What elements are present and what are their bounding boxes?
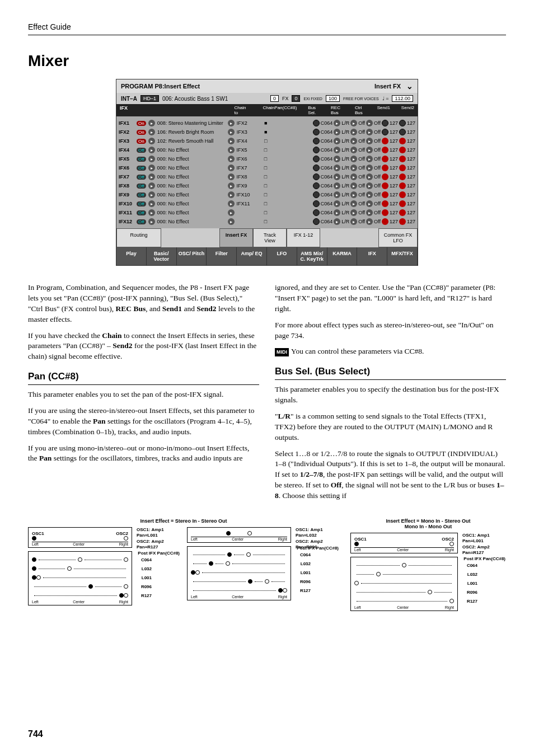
pan-value[interactable]: C064	[321, 210, 333, 215]
send1-value[interactable]: 127	[390, 192, 398, 198]
chainto-icon[interactable]: ▸	[228, 191, 235, 198]
pan-value[interactable]: C064	[321, 183, 333, 189]
select-icon[interactable]: ▸	[148, 165, 155, 171]
send2-value[interactable]: 127	[407, 138, 415, 144]
on-off-toggle[interactable]: On	[137, 139, 146, 144]
send2-value[interactable]: 127	[407, 192, 415, 198]
effect-name[interactable]: 102: Reverb Smooth Hall	[157, 138, 226, 144]
rec-value[interactable]: Off	[358, 138, 365, 144]
chain-checkbox[interactable]: □	[258, 192, 274, 198]
chainto-icon[interactable]: ▸	[228, 147, 235, 153]
send2-knob[interactable]	[399, 173, 406, 180]
send2-knob[interactable]	[399, 156, 406, 162]
select-icon[interactable]: ▸	[148, 138, 155, 144]
rec-value[interactable]: Off	[358, 165, 365, 171]
ss-tab-title[interactable]: Insert FX	[374, 83, 401, 90]
ctrl-value[interactable]: Off	[374, 210, 381, 215]
patch-box[interactable]: HD–1	[140, 95, 159, 102]
send2-value[interactable]: 127	[407, 210, 415, 215]
ctrl-icon[interactable]: ▸	[366, 173, 373, 180]
send1-knob[interactable]	[382, 129, 388, 135]
bus-value[interactable]: L/R	[341, 165, 349, 171]
rec-icon[interactable]: ▸	[350, 218, 357, 225]
bus-value[interactable]: L/R	[341, 156, 349, 162]
select-icon[interactable]: ▸	[148, 191, 155, 198]
send1-value[interactable]: 127	[390, 129, 398, 135]
chainto-icon[interactable]: ▸	[228, 209, 235, 216]
bus-icon[interactable]: ▸	[334, 200, 340, 207]
pan-value[interactable]: C064	[321, 201, 333, 206]
chainto-value[interactable]: IFX8	[237, 174, 256, 180]
chainto-icon[interactable]: ▸	[228, 129, 235, 135]
pan-value[interactable]: C064	[321, 219, 333, 224]
chain-checkbox[interactable]: □	[258, 201, 274, 206]
send1-value[interactable]: 127	[390, 174, 398, 180]
bus-value[interactable]: L/R	[341, 120, 349, 126]
ctrl-value[interactable]: Off	[374, 201, 381, 206]
pan-knob[interactable]	[313, 147, 320, 153]
send2-knob[interactable]	[399, 191, 406, 198]
bus-value[interactable]: L/R	[341, 192, 349, 198]
chainto-icon[interactable]: ▸	[228, 173, 235, 180]
chain-checkbox[interactable]: □	[258, 138, 274, 144]
send2-value[interactable]: 127	[407, 174, 415, 180]
chainto-value[interactable]: IFX6	[237, 156, 256, 162]
send1-knob[interactable]	[382, 191, 388, 198]
pan-knob[interactable]	[313, 200, 320, 207]
pan-value[interactable]: C064	[321, 120, 333, 126]
chain-checkbox[interactable]: □	[258, 183, 274, 189]
ctrl-value[interactable]: Off	[374, 138, 381, 144]
on-off-toggle[interactable]: On	[137, 130, 146, 135]
select-icon[interactable]: ▸	[148, 156, 155, 162]
rec-value[interactable]: Off	[358, 210, 365, 215]
send2-knob[interactable]	[399, 129, 406, 135]
select-icon[interactable]: ▸	[148, 182, 155, 189]
rec-icon[interactable]: ▸	[350, 182, 357, 189]
chain-checkbox[interactable]: □	[258, 210, 274, 215]
chain-checkbox[interactable]: □	[258, 165, 274, 171]
send1-value[interactable]: 127	[390, 201, 398, 206]
bus-icon[interactable]: ▸	[334, 147, 340, 153]
send2-value[interactable]: 127	[407, 147, 415, 153]
select-icon[interactable]: ▸	[148, 218, 155, 225]
bus-icon[interactable]: ▸	[334, 138, 340, 144]
send2-value[interactable]: 127	[407, 156, 415, 162]
bus-icon[interactable]: ▸	[334, 218, 340, 225]
send2-knob[interactable]	[399, 200, 406, 207]
bus-value[interactable]: L/R	[341, 138, 349, 144]
pan-value[interactable]: C064	[321, 174, 333, 180]
chainto-icon[interactable]: ▸	[228, 138, 235, 144]
rec-icon[interactable]: ▸	[350, 191, 357, 198]
send2-knob[interactable]	[399, 120, 406, 126]
send2-knob[interactable]	[399, 209, 406, 216]
select-icon[interactable]: ▸	[148, 173, 155, 180]
pan-value[interactable]: C064	[321, 147, 333, 153]
rec-icon[interactable]: ▸	[350, 147, 357, 153]
rec-value[interactable]: Off	[358, 147, 365, 153]
rec-icon[interactable]: ▸	[350, 200, 357, 207]
rec-icon[interactable]: ▸	[350, 120, 357, 126]
tab-insert-fx[interactable]: Insert FX	[219, 228, 253, 247]
bus-icon[interactable]: ▸	[334, 191, 340, 198]
send1-value[interactable]: 127	[390, 183, 398, 189]
ctrl-icon[interactable]: ▸	[366, 209, 373, 216]
send2-knob[interactable]	[399, 138, 406, 144]
rec-value[interactable]: Off	[358, 156, 365, 162]
ctrl-icon[interactable]: ▸	[366, 200, 373, 207]
chainto-value[interactable]: IFX3	[237, 129, 256, 135]
on-off-toggle[interactable]: Off	[137, 175, 146, 180]
bus-value[interactable]: L/R	[341, 183, 349, 189]
ctrl-value[interactable]: Off	[374, 129, 381, 135]
btab-ifx[interactable]: IFX	[357, 247, 387, 265]
ctrl-value[interactable]: Off	[374, 219, 381, 224]
send1-knob[interactable]	[382, 120, 388, 126]
chainto-value[interactable]: IFX9	[237, 183, 256, 189]
send1-knob[interactable]	[382, 156, 388, 162]
pan-knob[interactable]	[313, 182, 320, 189]
bus-value[interactable]: L/R	[341, 129, 349, 135]
btab-osc[interactable]: OSC/ Pitch	[177, 247, 207, 265]
pan-knob[interactable]	[313, 165, 320, 171]
btab-ams[interactable]: AMS Mix/ C. KeyTrk	[297, 247, 327, 265]
btab-lfo[interactable]: LFO	[267, 247, 297, 265]
bus-icon[interactable]: ▸	[334, 165, 340, 171]
